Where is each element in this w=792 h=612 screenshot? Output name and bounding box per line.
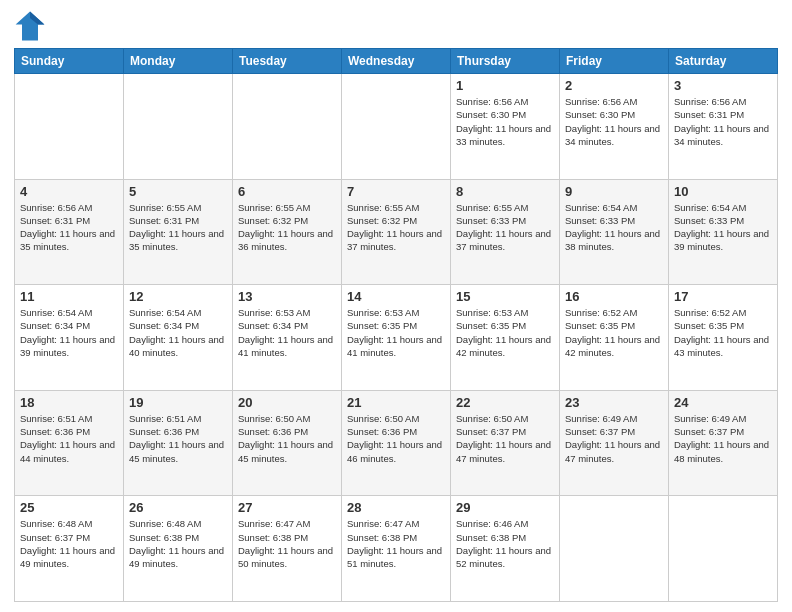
day-number: 3 — [674, 78, 772, 93]
day-number: 10 — [674, 184, 772, 199]
calendar-cell: 16Sunrise: 6:52 AM Sunset: 6:35 PM Dayli… — [560, 285, 669, 391]
day-number: 19 — [129, 395, 227, 410]
calendar-cell: 3Sunrise: 6:56 AM Sunset: 6:31 PM Daylig… — [669, 74, 778, 180]
day-info: Sunrise: 6:48 AM Sunset: 6:38 PM Dayligh… — [129, 517, 227, 570]
calendar-header-friday: Friday — [560, 49, 669, 74]
day-info: Sunrise: 6:56 AM Sunset: 6:30 PM Dayligh… — [565, 95, 663, 148]
calendar-cell: 9Sunrise: 6:54 AM Sunset: 6:33 PM Daylig… — [560, 179, 669, 285]
day-info: Sunrise: 6:50 AM Sunset: 6:36 PM Dayligh… — [347, 412, 445, 465]
day-info: Sunrise: 6:48 AM Sunset: 6:37 PM Dayligh… — [20, 517, 118, 570]
day-number: 29 — [456, 500, 554, 515]
calendar-cell: 10Sunrise: 6:54 AM Sunset: 6:33 PM Dayli… — [669, 179, 778, 285]
logo-icon — [14, 10, 46, 42]
calendar-week-row: 25Sunrise: 6:48 AM Sunset: 6:37 PM Dayli… — [15, 496, 778, 602]
calendar-header-saturday: Saturday — [669, 49, 778, 74]
calendar-cell — [560, 496, 669, 602]
day-number: 9 — [565, 184, 663, 199]
day-number: 8 — [456, 184, 554, 199]
day-number: 25 — [20, 500, 118, 515]
day-number: 27 — [238, 500, 336, 515]
day-number: 11 — [20, 289, 118, 304]
day-info: Sunrise: 6:50 AM Sunset: 6:36 PM Dayligh… — [238, 412, 336, 465]
day-info: Sunrise: 6:51 AM Sunset: 6:36 PM Dayligh… — [129, 412, 227, 465]
day-info: Sunrise: 6:49 AM Sunset: 6:37 PM Dayligh… — [674, 412, 772, 465]
calendar-cell: 19Sunrise: 6:51 AM Sunset: 6:36 PM Dayli… — [124, 390, 233, 496]
calendar-cell: 27Sunrise: 6:47 AM Sunset: 6:38 PM Dayli… — [233, 496, 342, 602]
day-number: 20 — [238, 395, 336, 410]
day-info: Sunrise: 6:53 AM Sunset: 6:35 PM Dayligh… — [347, 306, 445, 359]
calendar-header-monday: Monday — [124, 49, 233, 74]
day-info: Sunrise: 6:46 AM Sunset: 6:38 PM Dayligh… — [456, 517, 554, 570]
calendar-cell: 6Sunrise: 6:55 AM Sunset: 6:32 PM Daylig… — [233, 179, 342, 285]
calendar-cell: 12Sunrise: 6:54 AM Sunset: 6:34 PM Dayli… — [124, 285, 233, 391]
calendar-header-sunday: Sunday — [15, 49, 124, 74]
calendar-cell — [15, 74, 124, 180]
day-info: Sunrise: 6:56 AM Sunset: 6:31 PM Dayligh… — [674, 95, 772, 148]
day-number: 23 — [565, 395, 663, 410]
day-info: Sunrise: 6:50 AM Sunset: 6:37 PM Dayligh… — [456, 412, 554, 465]
calendar-header-wednesday: Wednesday — [342, 49, 451, 74]
logo — [14, 10, 50, 42]
calendar-cell: 23Sunrise: 6:49 AM Sunset: 6:37 PM Dayli… — [560, 390, 669, 496]
day-number: 2 — [565, 78, 663, 93]
day-number: 13 — [238, 289, 336, 304]
day-number: 28 — [347, 500, 445, 515]
day-number: 21 — [347, 395, 445, 410]
calendar-week-row: 11Sunrise: 6:54 AM Sunset: 6:34 PM Dayli… — [15, 285, 778, 391]
calendar-header-row: SundayMondayTuesdayWednesdayThursdayFrid… — [15, 49, 778, 74]
day-info: Sunrise: 6:54 AM Sunset: 6:33 PM Dayligh… — [674, 201, 772, 254]
calendar-cell: 20Sunrise: 6:50 AM Sunset: 6:36 PM Dayli… — [233, 390, 342, 496]
calendar-header-tuesday: Tuesday — [233, 49, 342, 74]
day-info: Sunrise: 6:53 AM Sunset: 6:35 PM Dayligh… — [456, 306, 554, 359]
calendar-cell — [233, 74, 342, 180]
day-info: Sunrise: 6:49 AM Sunset: 6:37 PM Dayligh… — [565, 412, 663, 465]
calendar-week-row: 1Sunrise: 6:56 AM Sunset: 6:30 PM Daylig… — [15, 74, 778, 180]
day-number: 22 — [456, 395, 554, 410]
calendar-cell: 14Sunrise: 6:53 AM Sunset: 6:35 PM Dayli… — [342, 285, 451, 391]
calendar-cell: 15Sunrise: 6:53 AM Sunset: 6:35 PM Dayli… — [451, 285, 560, 391]
day-number: 1 — [456, 78, 554, 93]
calendar-cell: 29Sunrise: 6:46 AM Sunset: 6:38 PM Dayli… — [451, 496, 560, 602]
calendar-cell: 22Sunrise: 6:50 AM Sunset: 6:37 PM Dayli… — [451, 390, 560, 496]
header — [14, 10, 778, 42]
day-info: Sunrise: 6:52 AM Sunset: 6:35 PM Dayligh… — [565, 306, 663, 359]
day-number: 7 — [347, 184, 445, 199]
day-info: Sunrise: 6:53 AM Sunset: 6:34 PM Dayligh… — [238, 306, 336, 359]
calendar-cell: 2Sunrise: 6:56 AM Sunset: 6:30 PM Daylig… — [560, 74, 669, 180]
calendar-cell: 13Sunrise: 6:53 AM Sunset: 6:34 PM Dayli… — [233, 285, 342, 391]
calendar-cell: 8Sunrise: 6:55 AM Sunset: 6:33 PM Daylig… — [451, 179, 560, 285]
calendar-week-row: 4Sunrise: 6:56 AM Sunset: 6:31 PM Daylig… — [15, 179, 778, 285]
day-number: 14 — [347, 289, 445, 304]
day-number: 15 — [456, 289, 554, 304]
calendar: SundayMondayTuesdayWednesdayThursdayFrid… — [14, 48, 778, 602]
calendar-cell: 26Sunrise: 6:48 AM Sunset: 6:38 PM Dayli… — [124, 496, 233, 602]
calendar-cell: 1Sunrise: 6:56 AM Sunset: 6:30 PM Daylig… — [451, 74, 560, 180]
day-info: Sunrise: 6:51 AM Sunset: 6:36 PM Dayligh… — [20, 412, 118, 465]
day-info: Sunrise: 6:47 AM Sunset: 6:38 PM Dayligh… — [347, 517, 445, 570]
calendar-cell: 4Sunrise: 6:56 AM Sunset: 6:31 PM Daylig… — [15, 179, 124, 285]
day-info: Sunrise: 6:54 AM Sunset: 6:34 PM Dayligh… — [129, 306, 227, 359]
calendar-cell: 11Sunrise: 6:54 AM Sunset: 6:34 PM Dayli… — [15, 285, 124, 391]
page: SundayMondayTuesdayWednesdayThursdayFrid… — [0, 0, 792, 612]
day-info: Sunrise: 6:47 AM Sunset: 6:38 PM Dayligh… — [238, 517, 336, 570]
calendar-cell: 24Sunrise: 6:49 AM Sunset: 6:37 PM Dayli… — [669, 390, 778, 496]
day-info: Sunrise: 6:54 AM Sunset: 6:34 PM Dayligh… — [20, 306, 118, 359]
day-info: Sunrise: 6:55 AM Sunset: 6:33 PM Dayligh… — [456, 201, 554, 254]
day-info: Sunrise: 6:52 AM Sunset: 6:35 PM Dayligh… — [674, 306, 772, 359]
day-number: 4 — [20, 184, 118, 199]
calendar-cell — [669, 496, 778, 602]
calendar-cell — [124, 74, 233, 180]
calendar-cell: 17Sunrise: 6:52 AM Sunset: 6:35 PM Dayli… — [669, 285, 778, 391]
day-number: 24 — [674, 395, 772, 410]
calendar-cell — [342, 74, 451, 180]
calendar-cell: 28Sunrise: 6:47 AM Sunset: 6:38 PM Dayli… — [342, 496, 451, 602]
day-info: Sunrise: 6:56 AM Sunset: 6:31 PM Dayligh… — [20, 201, 118, 254]
calendar-week-row: 18Sunrise: 6:51 AM Sunset: 6:36 PM Dayli… — [15, 390, 778, 496]
day-number: 17 — [674, 289, 772, 304]
day-number: 5 — [129, 184, 227, 199]
calendar-cell: 25Sunrise: 6:48 AM Sunset: 6:37 PM Dayli… — [15, 496, 124, 602]
day-info: Sunrise: 6:54 AM Sunset: 6:33 PM Dayligh… — [565, 201, 663, 254]
day-number: 16 — [565, 289, 663, 304]
day-number: 6 — [238, 184, 336, 199]
calendar-cell: 5Sunrise: 6:55 AM Sunset: 6:31 PM Daylig… — [124, 179, 233, 285]
